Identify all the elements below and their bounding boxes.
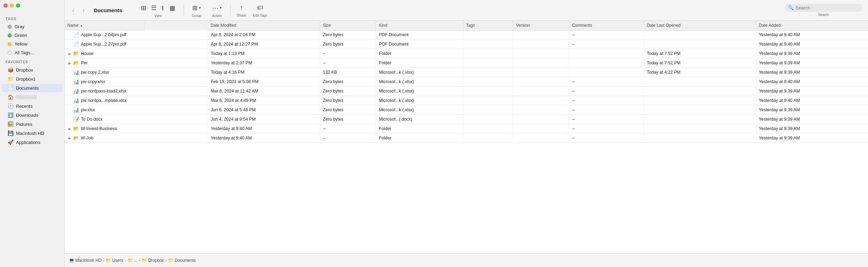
cell-name[interactable]: ▶ 📂 W-Invest-Business <box>65 124 208 134</box>
view-column-button[interactable]: ⫿ <box>159 3 167 13</box>
table-row[interactable]: 📊 pw nordpass-load2.xlsx Mar 8, 2024 at … <box>65 87 868 96</box>
table-row[interactable]: 📊 pw nordpa...mplate.xlsx Mar 6, 2024 at… <box>65 96 868 105</box>
expand-placeholder <box>67 42 72 47</box>
cell-date-last-opened: Today at 7:52 PM <box>644 58 756 68</box>
cell-name[interactable]: 📝 To Do.docx <box>65 115 208 124</box>
expand-placeholder <box>67 32 72 37</box>
dropbox1-icon: 📁 <box>8 76 13 82</box>
breadcrumb-item[interactable]: 📁... <box>127 258 137 263</box>
col-header-kind[interactable]: Kind <box>376 21 463 30</box>
search-box[interactable]: 🔍 <box>785 4 862 12</box>
group-button[interactable]: ⊞ ▾ <box>190 3 203 13</box>
sidebar-item-dropbox1[interactable]: 📁 Dropbox1 <box>2 75 62 83</box>
action-icon: ⋯ <box>212 4 218 12</box>
cell-tags <box>463 115 513 124</box>
back-button[interactable]: ‹ <box>69 6 78 15</box>
sidebar-item-dropbox[interactable]: 📦 Dropbox <box>2 66 62 74</box>
sidebar-item-downloads[interactable]: ⬇️ Downloads <box>2 111 62 119</box>
cell-name[interactable]: 📊 pw copy 2.xlsx <box>65 68 208 77</box>
col-header-date-modified[interactable]: Date Modified <box>208 21 320 30</box>
view-icon-button[interactable]: ⊞ <box>139 3 148 13</box>
breadcrumb-item[interactable]: 📁Dropbox <box>142 258 164 263</box>
forward-button[interactable]: › <box>79 6 88 15</box>
cell-date-modified: Jun 4, 2024 at 9:54 PM <box>208 115 320 124</box>
cell-name[interactable]: 📊 pw.xlsx <box>65 105 208 115</box>
cell-name[interactable]: 📄 Apple Sup...2 04pm.pdf <box>65 30 208 40</box>
action-button-group: ⋯ ▾ Action <box>210 3 224 18</box>
cell-name[interactable]: ▶ 📂 W-Job <box>65 134 208 143</box>
breadcrumb-item[interactable]: 📁Users <box>106 258 123 263</box>
action-button[interactable]: ⋯ ▾ <box>210 3 224 13</box>
expand-placeholder <box>67 89 72 94</box>
cell-name[interactable]: ▶ 📂 Per <box>65 58 208 68</box>
col-header-name[interactable]: Name ▲ <box>65 21 144 30</box>
table-row[interactable]: 📊 pw copy.xlsx Feb 19, 2023 at 5:08 PM Z… <box>65 77 868 87</box>
cell-kind: Microsof...k (.xlsx) <box>376 87 463 96</box>
window-title: Documents <box>94 7 128 13</box>
sidebar-item-green[interactable]: Green <box>2 31 62 39</box>
col-header-date-added[interactable]: Date Added <box>756 21 868 30</box>
cell-version <box>513 40 569 49</box>
sidebar-item-applications[interactable]: 🚀 Applications <box>2 138 62 146</box>
view-gallery-button[interactable]: ▦ <box>167 3 177 13</box>
table-row[interactable]: 📝 To Do.docx Jun 4, 2024 at 9:54 PM Zero… <box>65 115 868 124</box>
expand-button[interactable]: ▶ <box>67 126 72 131</box>
col-header-comments[interactable]: Comments <box>569 21 644 30</box>
sidebar-item-all-tags[interactable]: All Tags… <box>2 49 62 57</box>
view-list-button[interactable]: ☰ <box>149 3 159 13</box>
documents-icon: 📄 <box>8 85 13 91</box>
table-row[interactable]: 📄 Apple Sup...2 04pm.pdf Apr 8, 2024 at … <box>65 30 868 40</box>
col-header-version[interactable]: Version <box>513 21 569 30</box>
cell-size: Zero bytes <box>320 115 376 124</box>
table-row[interactable]: ▶ 📂 W-Job Yesterday at 9:40 AM -- Folder… <box>65 134 868 143</box>
sidebar-item-recents[interactable]: 🕐 Recents <box>2 102 62 110</box>
sidebar-item-gray[interactable]: Gray <box>2 23 62 31</box>
cell-date-last-opened <box>644 96 756 105</box>
expand-button[interactable]: ▶ <box>67 51 72 56</box>
table-row[interactable]: 📄 Apple Sup...2 27pm.pdf Apr 8, 2024 at … <box>65 40 868 49</box>
filename-label: Apple Sup...2 04pm.pdf <box>81 32 126 37</box>
cell-kind: Folder <box>376 124 463 134</box>
cell-comments: -- <box>569 124 644 134</box>
minimize-button[interactable] <box>10 3 14 8</box>
cell-name[interactable]: ▶ 📂 House <box>65 49 208 58</box>
cell-comments: -- <box>569 77 644 87</box>
cell-date-added: Yesterday at 9:40 AM <box>756 40 868 49</box>
share-button[interactable]: ↑ <box>238 3 245 13</box>
sidebar-item-home[interactable]: 🏠 <box>2 93 62 101</box>
table-row[interactable]: ▶ 📂 House Today at 1:13 PM -- Folder Tod… <box>65 49 868 58</box>
cell-comments <box>569 58 644 68</box>
cell-name[interactable]: 📄 Apple Sup...2 27pm.pdf <box>65 40 208 49</box>
search-input[interactable] <box>796 5 859 10</box>
action-label: Action <box>212 14 222 18</box>
cell-version <box>513 105 569 115</box>
expand-button[interactable]: ▶ <box>67 60 72 65</box>
col-header-size[interactable]: Size <box>320 21 376 30</box>
expand-button[interactable]: ▶ <box>67 136 72 140</box>
all-tags-dot-icon <box>8 51 12 55</box>
sidebar-item-yellow[interactable]: Yellow <box>2 40 62 48</box>
close-button[interactable] <box>3 3 8 8</box>
xlsx-icon: 📊 <box>73 107 79 113</box>
col-header-tags[interactable]: Tags <box>463 21 513 30</box>
cell-name[interactable]: 📊 pw nordpass-load2.xlsx <box>65 87 208 96</box>
cell-date-modified: Yesterday at 9:40 AM <box>208 134 320 143</box>
expand-placeholder <box>67 70 72 75</box>
cell-name[interactable]: 📊 pw nordpa...mplate.xlsx <box>65 96 208 105</box>
breadcrumb-item[interactable]: 📁Documents <box>168 258 196 263</box>
expand-placeholder <box>67 98 72 103</box>
expand-placeholder <box>67 117 72 122</box>
cell-date-added: Yesterday at 9:39 AM <box>756 115 868 124</box>
edit-tags-button[interactable]: 🏷 <box>255 3 265 13</box>
sidebar-item-documents[interactable]: 📄 Documents <box>2 84 62 92</box>
sidebar-item-macintosh-hd[interactable]: 💾 Macintosh HD <box>2 129 62 137</box>
table-row[interactable]: ▶ 📂 Per Yesterday at 2:37 PM -- Folder T… <box>65 58 868 68</box>
sidebar-item-pictures[interactable]: 🖼️ Pictures <box>2 120 62 128</box>
table-row[interactable]: 📊 pw.xlsx Jun 6, 2024 at 5:48 PM Zero by… <box>65 105 868 115</box>
col-header-date-opened[interactable]: Date Last Opened <box>644 21 756 30</box>
maximize-button[interactable] <box>16 3 20 8</box>
table-row[interactable]: ▶ 📂 W-Invest-Business Yesterday at 9:40 … <box>65 124 868 134</box>
table-row[interactable]: 📊 pw copy 2.xlsx Today at 4:16 PM 132 KB… <box>65 68 868 77</box>
cell-name[interactable]: 📊 pw copy.xlsx <box>65 77 208 87</box>
breadcrumb-item[interactable]: 💻Macintosh HD <box>69 258 101 263</box>
